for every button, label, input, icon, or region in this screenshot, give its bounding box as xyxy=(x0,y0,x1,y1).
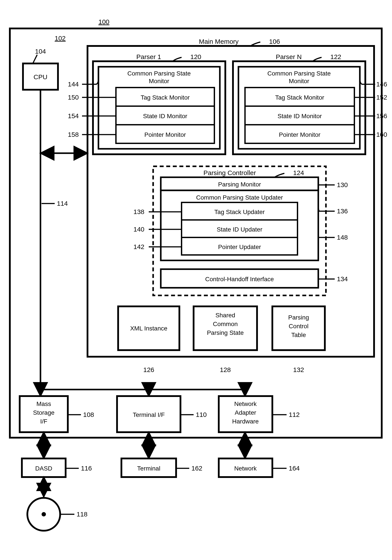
ref-ptrmon1: 158 xyxy=(68,131,79,138)
ref-parserN: 122 xyxy=(330,53,341,60)
ref-parsingController: 124 xyxy=(293,169,304,176)
ref-terminal: 162 xyxy=(191,465,202,472)
shared2: Common xyxy=(213,320,238,327)
handoff-label: Control-Handoff Interface xyxy=(205,276,274,282)
ref-tagmonN: 152 xyxy=(376,94,387,101)
parsing-controller-label: Parsing Controller xyxy=(204,169,256,176)
ref-monitorN: 146 xyxy=(376,80,387,88)
ref-ptrmonN: 160 xyxy=(376,131,387,138)
stateid-updater-label: State ID Updater xyxy=(217,226,263,233)
ref-updater: 136 xyxy=(337,208,348,215)
ref-tagmon1: 150 xyxy=(68,94,79,101)
ref-tagUpdater: 138 xyxy=(133,208,144,215)
ref-mainmemory: 106 xyxy=(269,38,280,45)
ref-disk: 118 xyxy=(77,510,88,518)
parserN-label: Parser N xyxy=(276,53,302,60)
network-label: Network xyxy=(234,465,257,472)
pointer-updater-label: Pointer Updater xyxy=(218,244,261,250)
tagmon1-label: Tag Stack Monitor xyxy=(141,94,190,101)
mass3: I/F xyxy=(40,418,48,425)
ref-updaterBox: 148 xyxy=(337,234,348,241)
cpu-label: CPU xyxy=(33,73,47,80)
tagmonN-label: Tag Stack Monitor xyxy=(275,94,324,101)
ctrl3: Table xyxy=(291,331,306,338)
shared1: Shared xyxy=(216,312,235,319)
ref-bus: 114 xyxy=(57,200,68,207)
main-memory-label: Main Memory xyxy=(199,38,239,45)
ref-handoff: 134 xyxy=(337,275,348,282)
ctrl2: Control xyxy=(289,323,308,330)
ptrmonN-label: Pointer Monitor xyxy=(279,131,321,138)
monitor1-line2: Monitor xyxy=(149,78,169,84)
parser1-label: Parser 1 xyxy=(136,53,161,60)
net2: Adapter xyxy=(235,409,256,416)
ref-parsingMonitor: 130 xyxy=(337,181,348,189)
ref-parser1: 120 xyxy=(190,53,201,60)
net1: Network xyxy=(234,400,257,407)
xml-label: XML Instance xyxy=(130,325,167,332)
ref-statemonN: 156 xyxy=(376,112,387,120)
ref-statemon1: 154 xyxy=(68,112,79,120)
mass2: Storage xyxy=(33,409,54,416)
updater-label: Common Parsing State Updater xyxy=(196,194,283,201)
statemon1-label: State ID Monitor xyxy=(143,113,187,120)
ref-shared: 128 xyxy=(220,366,231,373)
net3: Hardware xyxy=(232,418,259,425)
dasd-label: DASD xyxy=(35,465,52,472)
ref-board: 102 xyxy=(55,35,66,42)
ref-stateIdUpdater: 140 xyxy=(133,226,144,233)
ptrmon1-label: Pointer Monitor xyxy=(144,131,186,138)
ref-cpu: 104 xyxy=(35,48,46,55)
ref-terminalif: 110 xyxy=(196,411,207,418)
ctrl1: Parsing xyxy=(288,314,309,321)
disk-center xyxy=(41,512,46,516)
ref-monitor1: 144 xyxy=(68,80,79,88)
monitorN-line1: Common Parsing State xyxy=(267,70,331,77)
ref-mass: 108 xyxy=(83,411,94,418)
ref-network: 164 xyxy=(289,465,300,472)
ref-system: 100 xyxy=(98,18,109,25)
shared3: Parsing State xyxy=(207,329,244,336)
monitor1-line1: Common Parsing State xyxy=(127,70,191,77)
ref-dasd: 116 xyxy=(81,465,92,472)
terminal-label: Terminal xyxy=(137,465,160,472)
statemonN-label: State ID Monitor xyxy=(278,113,322,120)
ref-pointerUpdater: 142 xyxy=(133,243,144,250)
terminalif-label: Terminal I/F xyxy=(133,411,165,418)
diagram-root: 100 102 CPU 104 Main Memory 106 Parser 1… xyxy=(0,0,392,560)
ref-nethw: 112 xyxy=(289,411,300,418)
ref-ctrltable: 132 xyxy=(293,366,304,373)
ref-xml: 126 xyxy=(143,366,154,373)
parsing-monitor-label: Parsing Monitor xyxy=(218,181,261,188)
mass1: Mass xyxy=(37,400,51,407)
tag-updater-label: Tag Stack Updater xyxy=(214,209,265,215)
monitorN-line2: Monitor xyxy=(289,78,309,84)
